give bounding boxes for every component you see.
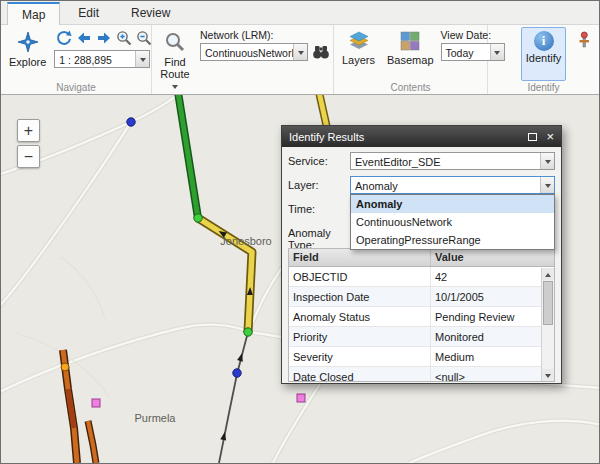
find-route-magnifier-icon — [164, 31, 186, 55]
table-header-row: Field Value — [289, 249, 554, 267]
route-green-feature[interactable] — [178, 95, 198, 218]
explore-button[interactable]: Explore — [4, 27, 51, 81]
tab-edit[interactable]: Edit — [64, 2, 113, 24]
table-row[interactable]: Priority Monitored — [289, 327, 554, 347]
place-label-purmela: Purmela — [135, 412, 177, 424]
explore-label: Explore — [9, 56, 46, 68]
zoom-in-button[interactable]: + — [17, 119, 40, 142]
network-lrm-label: Network (LRM): — [200, 29, 330, 41]
layer-dropdown-list: Anomaly ContinuousNetwork OperatingPress… — [350, 194, 555, 250]
map-scale-value: 1 : 288,895 — [55, 51, 135, 67]
layers-label: Layers — [342, 54, 375, 66]
chevron-down-icon[interactable] — [135, 51, 149, 67]
tools-icon[interactable] — [574, 31, 593, 49]
basemap-label: Basemap — [387, 54, 433, 66]
chevron-down-icon[interactable] — [293, 44, 307, 60]
green-point-marker[interactable] — [244, 328, 252, 336]
layer-label: Layer: — [288, 176, 350, 194]
layer-value: Anomaly — [351, 177, 540, 193]
identify-results-table: Field Value OBJECTID 42 Inspection Date … — [288, 248, 555, 382]
point-event-markers[interactable] — [61, 118, 305, 407]
layer-combo[interactable]: Anomaly — [350, 176, 555, 194]
dropdown-option-continuousnetwork[interactable]: ContinuousNetwork — [351, 213, 554, 231]
identify-label: Identify — [526, 52, 561, 64]
zoom-out-button[interactable]: − — [17, 145, 40, 168]
forward-arrow-icon[interactable] — [94, 29, 113, 47]
table-header-field: Field — [289, 249, 431, 266]
basemap-button[interactable]: Basemap — [382, 27, 438, 81]
table-row[interactable]: Severity Medium — [289, 347, 554, 367]
dropdown-option-operatingpressurerange[interactable]: OperatingPressureRange — [351, 231, 554, 249]
pink-square-marker[interactable] — [297, 394, 305, 402]
table-header-value: Value — [431, 249, 554, 266]
route-gray-feature[interactable] — [219, 332, 248, 463]
contents-group-label: Contents — [337, 81, 484, 94]
layers-button[interactable]: Layers — [337, 27, 380, 81]
ribbon-group-identify: i Identify Identify — [487, 25, 599, 94]
ribbon-tab-bar: Map Edit Review — [1, 1, 599, 25]
scroll-up-icon[interactable] — [542, 268, 554, 280]
chevron-down-icon[interactable] — [540, 177, 554, 193]
previous-extent-icon[interactable] — [54, 29, 73, 47]
find-route-button[interactable]: Find Route — [155, 27, 195, 93]
orange-point-marker[interactable] — [61, 363, 69, 371]
place-label-jonesboro: Jonesboro — [220, 235, 271, 247]
identify-info-icon: i — [534, 31, 554, 51]
panel-title: Identify Results — [289, 131, 528, 143]
tab-map[interactable]: Map — [7, 2, 60, 25]
table-scrollbar[interactable] — [541, 268, 554, 381]
pink-square-marker[interactable] — [92, 399, 100, 407]
table-row[interactable]: OBJECTID 42 — [289, 267, 554, 287]
panel-body: Service: EventEditor_SDE Layer: Anomaly … — [282, 147, 561, 383]
table-row[interactable]: Anomaly Status Pending Review — [289, 307, 554, 327]
identify-button[interactable]: i Identify — [521, 27, 566, 81]
back-arrow-icon[interactable] — [74, 29, 93, 47]
blue-point-marker[interactable] — [233, 369, 241, 377]
basemap-grid-icon — [400, 31, 420, 53]
scrollbar-thumb[interactable] — [543, 281, 553, 325]
identify-group-label: Identify — [491, 81, 596, 94]
explore-compass-icon — [17, 31, 39, 55]
identify-results-panel: Identify Results × Service: EventEditor_… — [281, 125, 562, 384]
ribbon-group-navigate: Explore — [1, 25, 151, 94]
zoom-in-tool-icon[interactable] — [114, 29, 133, 47]
green-point-marker[interactable] — [194, 214, 202, 222]
network-lrm-combo[interactable]: ContinuousNetwork — [200, 43, 308, 61]
scroll-down-icon[interactable] — [542, 369, 554, 381]
service-label: Service: — [288, 152, 350, 170]
anomaly-type-label: Anomaly Type: — [288, 224, 350, 242]
network-lrm-value: ContinuousNetwork — [201, 44, 293, 60]
dropdown-option-anomaly[interactable]: Anomaly — [351, 195, 554, 213]
maximize-icon[interactable] — [528, 133, 537, 141]
chevron-down-icon — [172, 85, 178, 92]
search-binoculars-button[interactable] — [311, 43, 330, 61]
service-value: EventEditor_SDE — [351, 153, 540, 169]
map-scale-combo[interactable]: 1 : 288,895 — [54, 50, 150, 68]
tab-review[interactable]: Review — [117, 2, 184, 24]
table-rows: OBJECTID 42 Inspection Date 10/1/2005 An… — [289, 267, 554, 382]
time-label: Time: — [288, 200, 350, 218]
navigate-group-label: Navigate — [4, 81, 148, 94]
view-date-value: Today — [442, 44, 490, 60]
layers-icon — [348, 31, 370, 53]
table-row[interactable]: Date Closed <null> — [289, 367, 554, 382]
find-route-label: Find Route — [160, 56, 190, 80]
map-zoom-control: + − — [17, 119, 40, 168]
chevron-down-icon[interactable] — [540, 153, 554, 169]
zoom-out-tool-icon[interactable] — [134, 29, 153, 47]
event-editor-window: { "colors": { "accent_blue": "#3a86d2", … — [0, 0, 600, 464]
blue-point-marker[interactable] — [127, 118, 135, 126]
ribbon-group-find: Find Route Network (LRM): ContinuousNetw… — [151, 25, 333, 94]
ribbon-group-contents: Layers Basemap View Date: Today — [333, 25, 487, 94]
close-icon[interactable]: × — [546, 132, 554, 142]
route-yellow-north-feature[interactable] — [319, 95, 327, 128]
service-combo[interactable]: EventEditor_SDE — [350, 152, 555, 170]
table-row[interactable]: Inspection Date 10/1/2005 — [289, 287, 554, 307]
ribbon: Explore — [1, 25, 599, 95]
panel-titlebar[interactable]: Identify Results × — [282, 126, 561, 147]
